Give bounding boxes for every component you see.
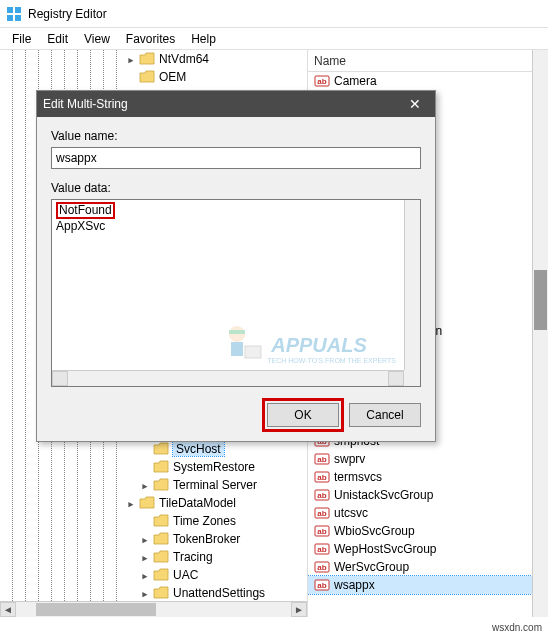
- folder-icon: [153, 442, 169, 456]
- tree-label: NtVdm64: [159, 52, 215, 66]
- tree-item[interactable]: Time Zones: [125, 512, 307, 530]
- list-item-label: WbioSvcGroup: [334, 524, 415, 538]
- expand-icon[interactable]: ▸: [125, 53, 137, 66]
- scroll-track[interactable]: [16, 602, 291, 617]
- list-vertical-scrollbar[interactable]: [532, 50, 548, 617]
- scroll-right-icon[interactable]: [388, 371, 404, 386]
- edit-multistring-dialog: Edit Multi-String ✕ Value name: Value da…: [36, 90, 436, 442]
- folder-icon: [153, 478, 169, 492]
- textarea-horizontal-scrollbar[interactable]: [52, 370, 404, 386]
- list-item[interactable]: abtermsvcs: [308, 468, 532, 486]
- cancel-button[interactable]: Cancel: [349, 403, 421, 427]
- expand-icon[interactable]: ▸: [139, 587, 151, 600]
- tree-item[interactable]: ▸UAC: [125, 566, 307, 584]
- scroll-left-icon[interactable]: ◄: [0, 602, 16, 617]
- svg-rect-2: [7, 15, 13, 21]
- expand-icon[interactable]: ▸: [139, 533, 151, 546]
- expand-icon[interactable]: ▸: [139, 479, 151, 492]
- scroll-track[interactable]: [68, 371, 388, 386]
- tree-label: TileDataModel: [159, 496, 242, 510]
- menu-file[interactable]: File: [4, 30, 39, 48]
- value-name-input[interactable]: [51, 147, 421, 169]
- list-item[interactable]: abswprv: [308, 450, 532, 468]
- tree-item[interactable]: ▸Terminal Server: [125, 476, 307, 494]
- folder-icon: [153, 460, 169, 474]
- tree-item[interactable]: ▸TileDataModel: [125, 494, 307, 512]
- reg-string-icon: ab: [314, 451, 330, 467]
- tree-item[interactable]: ▸Tracing: [125, 548, 307, 566]
- folder-icon: [153, 586, 169, 600]
- folder-icon: [153, 568, 169, 582]
- menu-bar: File Edit View Favorites Help: [0, 28, 548, 50]
- list-item-label: WerSvcGroup: [334, 560, 409, 574]
- menu-favorites[interactable]: Favorites: [118, 30, 183, 48]
- svg-rect-1: [15, 7, 21, 13]
- reg-string-icon: ab: [314, 487, 330, 503]
- tree-item[interactable]: OEM: [125, 68, 307, 86]
- tree-horizontal-scrollbar[interactable]: ◄ ►: [0, 601, 307, 617]
- expand-icon[interactable]: ▸: [139, 569, 151, 582]
- list-item-label: termsvcs: [334, 470, 382, 484]
- svg-text:ab: ab: [317, 455, 326, 464]
- tree-item[interactable]: ▸TokenBroker: [125, 530, 307, 548]
- list-item[interactable]: abutcsvc: [308, 504, 532, 522]
- menu-view[interactable]: View: [76, 30, 118, 48]
- list-item[interactable]: abWbioSvcGroup: [308, 522, 532, 540]
- list-item-label: WepHostSvcGroup: [334, 542, 437, 556]
- tree-label: TokenBroker: [173, 532, 246, 546]
- menu-help[interactable]: Help: [183, 30, 224, 48]
- dialog-body: Value name: Value data: NotFound AppXSvc: [37, 117, 435, 393]
- textarea-vertical-scrollbar[interactable]: [404, 200, 420, 370]
- reg-string-icon: ab: [314, 577, 330, 593]
- expand-icon[interactable]: ▸: [125, 497, 137, 510]
- scroll-left-icon[interactable]: [52, 371, 68, 386]
- list-item[interactable]: abCamera: [308, 72, 532, 90]
- tree-label: Terminal Server: [173, 478, 263, 492]
- svg-text:ab: ab: [317, 545, 326, 554]
- svg-text:ab: ab: [317, 509, 326, 518]
- folder-icon: [153, 532, 169, 546]
- close-icon[interactable]: ✕: [401, 96, 429, 112]
- value-data-textarea-wrap: NotFound AppXSvc APPUALS: [51, 199, 421, 387]
- scroll-thumb[interactable]: [36, 603, 156, 616]
- window-titlebar: Registry Editor: [0, 0, 548, 28]
- menu-edit[interactable]: Edit: [39, 30, 76, 48]
- folder-icon: [153, 514, 169, 528]
- svg-rect-0: [7, 7, 13, 13]
- list-header-name[interactable]: Name: [308, 50, 548, 72]
- tree-label: UAC: [173, 568, 204, 582]
- scroll-right-icon[interactable]: ►: [291, 602, 307, 617]
- list-item-label: UnistackSvcGroup: [334, 488, 433, 502]
- expand-icon[interactable]: ▸: [139, 551, 151, 564]
- value-data-label: Value data:: [51, 181, 421, 195]
- svg-text:ab: ab: [317, 473, 326, 482]
- tree-label: UnattendSettings: [173, 586, 271, 600]
- list-item[interactable]: abwsappx: [308, 576, 532, 594]
- dialog-titlebar[interactable]: Edit Multi-String ✕: [37, 91, 435, 117]
- folder-icon: [153, 550, 169, 564]
- tree-item[interactable]: ▸UnattendSettings: [125, 584, 307, 601]
- list-scroll-thumb[interactable]: [534, 270, 547, 330]
- scrollbar-corner: [404, 370, 420, 386]
- tree-label: SvcHost: [173, 442, 224, 456]
- list-item[interactable]: abWepHostSvcGroup: [308, 540, 532, 558]
- svg-text:ab: ab: [317, 527, 326, 536]
- list-item[interactable]: abWerSvcGroup: [308, 558, 532, 576]
- tree-item[interactable]: SystemRestore: [125, 458, 307, 476]
- ok-button[interactable]: OK: [267, 403, 339, 427]
- list-item[interactable]: abUnistackSvcGroup: [308, 486, 532, 504]
- reg-string-icon: ab: [314, 505, 330, 521]
- list-item-label: swprv: [334, 452, 365, 466]
- value-data-textarea[interactable]: [52, 200, 420, 386]
- tree-item[interactable]: ▸NtVdm64: [125, 50, 307, 68]
- folder-icon: [139, 70, 155, 84]
- reg-string-icon: ab: [314, 469, 330, 485]
- tree-label: OEM: [159, 70, 192, 84]
- tree-item[interactable]: SvcHost: [125, 440, 307, 458]
- reg-string-icon: ab: [314, 559, 330, 575]
- list-item-label: wsappx: [334, 578, 375, 592]
- dialog-title: Edit Multi-String: [43, 97, 401, 111]
- reg-string-icon: ab: [314, 73, 330, 89]
- tree-label: Tracing: [173, 550, 219, 564]
- svg-text:ab: ab: [317, 77, 326, 86]
